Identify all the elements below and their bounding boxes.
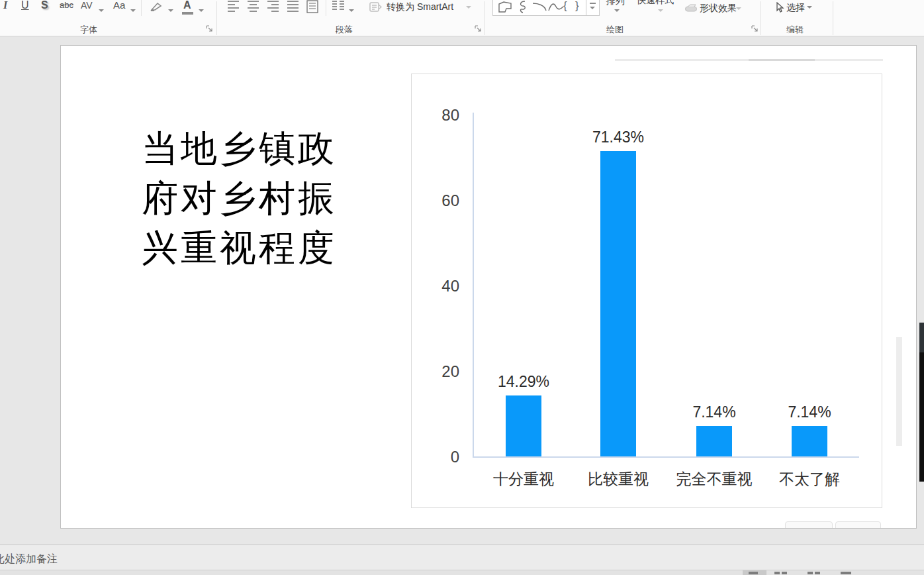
italic-button[interactable]: I [3,0,7,13]
bar[interactable] [696,426,732,456]
arrange-button[interactable]: 排列 [606,0,625,7]
x-axis-line [473,456,859,458]
editing-canvas: 当地乡镇政 府对乡村振 兴重视程度 02040608014.29%十分重视71.… [0,37,924,545]
chevron-down-icon[interactable] [168,9,173,12]
font-group-label: 字体 [69,24,109,36]
right-brace-shape[interactable]: } [575,0,579,13]
slide[interactable]: 当地乡镇政 府对乡村振 兴重视程度 02040608014.29%十分重视71.… [60,45,917,529]
highlight-pen-icon[interactable] [150,1,163,12]
justify-icon[interactable] [287,0,300,12]
left-brace-shape[interactable]: { [563,0,567,13]
reading-view-icon[interactable] [808,572,813,574]
category-label: 比较重视 [565,469,671,490]
strikethrough-button[interactable]: abc [60,0,73,13]
placeholder-edge [615,59,883,61]
y-tick-label: 0 [421,448,459,466]
drawing-dialog-launcher[interactable] [751,25,759,32]
smartart-icon [369,2,382,12]
align-center-icon[interactable] [247,0,260,12]
y-tick-label: 60 [421,191,459,210]
chevron-down-icon [466,6,471,9]
title-line: 府对乡村振 [142,174,360,223]
partial-button[interactable] [785,521,833,529]
separator [326,0,326,16]
group-divider [833,1,833,35]
paragraph-dialog-launcher[interactable] [475,25,482,32]
separator [141,0,142,16]
bar[interactable] [792,426,827,456]
chevron-down-icon[interactable] [99,9,104,12]
y-axis-line [473,113,474,458]
select-cursor-icon [775,2,784,13]
category-label: 不太了解 [757,469,862,490]
chevron-down-icon [736,7,741,10]
text-shadow-button[interactable]: S [41,0,48,13]
scribble-icon[interactable] [517,0,528,15]
title-line: 兴重视程度 [142,223,360,273]
group-divider [485,1,485,35]
chart-scrollbar-thumb[interactable] [896,337,902,446]
normal-view-icon [749,572,758,574]
select-button[interactable]: 选择 [786,2,805,14]
shape-effects-icon [685,4,697,14]
character-spacing-button[interactable]: AV [81,0,93,13]
slide-sorter-view-icon[interactable] [774,572,780,574]
y-tick-label: 40 [421,277,459,295]
notes-placeholder: 此处添加备注 [0,552,58,566]
font-color-button[interactable]: A [183,0,191,13]
chart-object[interactable]: 02040608014.29%十分重视71.43%比较重视7.14%完全不重视7… [411,74,882,508]
underline-button[interactable]: U [21,0,29,13]
paragraph-group-label: 段落 [324,24,364,36]
convert-to-smartart-button: 转换为 SmartArt [387,1,453,13]
group-divider [761,1,761,35]
shapes-gallery[interactable]: { } [492,0,600,16]
notes-pane[interactable]: 此处添加备注 [0,545,924,570]
normal-view-button[interactable] [743,570,766,575]
shape-effects-button: 形状效果 [700,3,737,15]
freeform-shape-icon[interactable] [497,1,513,14]
chevron-down-icon[interactable] [614,9,620,12]
slideshow-view-icon[interactable] [841,572,851,574]
curve-icon[interactable] [547,1,565,12]
font-color-bar-icon [182,12,193,15]
quick-styles-button: 快速样式 [637,0,674,7]
ribbon: I U S abc AV Aa A 字体 [0,0,924,36]
category-label: 完全不重视 [661,469,767,490]
slide-title-textbox[interactable]: 当地乡镇政 府对乡村振 兴重视程度 [142,124,360,273]
align-left-icon[interactable] [227,0,240,12]
arc-icon[interactable] [531,1,547,12]
chevron-down-icon[interactable] [349,9,354,12]
slide-sorter-view-icon[interactable] [782,572,787,574]
shapes-gallery-more-button[interactable] [586,0,599,15]
data-label: 14.29% [477,373,570,391]
scrollbar-thumb[interactable] [919,323,924,482]
edit-group-label: 编辑 [775,24,815,36]
data-label: 7.14% [668,403,761,421]
status-bar [0,570,924,575]
data-label: 7.14% [763,403,856,421]
font-dialog-launcher[interactable] [206,25,213,32]
bar-chart: 02040608014.29%十分重视71.43%比较重视7.14%完全不重视7… [412,74,882,507]
chevron-down-icon[interactable] [130,9,136,12]
drawing-group-label: 绘图 [595,24,635,36]
align-right-icon[interactable] [267,0,280,12]
partial-button[interactable] [835,521,881,529]
title-line: 当地乡镇政 [142,124,360,174]
bar[interactable] [506,395,541,456]
data-label: 71.43% [572,129,665,146]
change-case-button[interactable]: Aa [113,0,125,13]
bar[interactable] [600,151,636,456]
reading-view-icon[interactable] [815,572,820,574]
y-tick-label: 80 [421,106,459,125]
y-tick-label: 20 [421,362,459,381]
columns-icon[interactable] [332,0,345,12]
chevron-down-icon[interactable] [199,9,204,12]
text-direction-icon[interactable] [306,0,318,13]
category-label: 十分重视 [471,469,577,490]
powerpoint-window: I U S abc AV Aa A 字体 [0,0,924,575]
group-divider [216,1,217,35]
chevron-down-icon[interactable] [807,6,812,9]
chevron-down-icon [658,9,663,12]
